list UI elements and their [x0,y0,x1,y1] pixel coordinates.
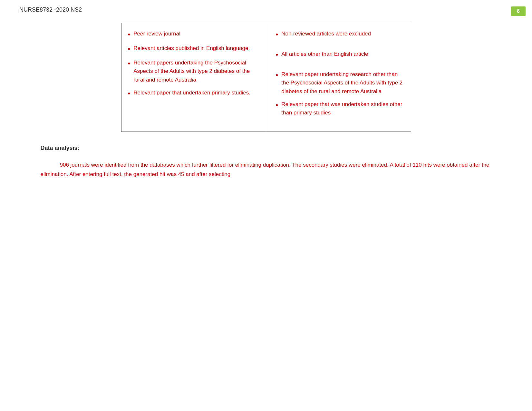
document-header: NURSE8732 -2020 NS2 [19,6,513,13]
bullet-icon: • [276,49,278,60]
list-item: • Non-reviewed articles were excluded [276,30,404,40]
bullet-icon: • [276,70,278,80]
exclusion-item-1: Non-reviewed articles were excluded [281,30,371,38]
list-item: • Relevant paper undertaking research ot… [276,70,404,96]
exclusion-item-4: Relevant paper that was undertaken studi… [281,100,404,117]
list-item: • Relevant papers undertaking the Psycho… [128,59,256,84]
inclusion-item-4: Relevant paper that undertaken primary s… [133,89,250,97]
data-analysis-section: Data analysis: 906 journals were identif… [41,145,492,179]
bullet-icon: • [276,29,278,40]
list-item: • Relevant paper that undertaken primary… [128,89,256,99]
data-analysis-title: Data analysis: [41,145,492,152]
inclusion-exclusion-table: • Peer review journal • Relevant article… [121,23,411,132]
list-item: • Relevant paper that was undertaken stu… [276,100,404,117]
inclusion-item-1: Peer review journal [133,30,180,38]
bullet-icon: • [128,29,131,40]
exclusion-column: • Non-reviewed articles were excluded • … [266,23,411,132]
list-item: • Relevant articles published in English… [128,44,256,54]
page-number-badge: 6 [511,6,526,16]
exclusion-item-2: All articles other than English article [281,50,368,58]
inclusion-item-3: Relevant papers undertaking the Psychoso… [133,59,256,84]
bullet-icon: • [128,88,131,99]
bullet-icon: • [128,44,131,54]
list-item: • All articles other than English articl… [276,50,404,60]
bullet-icon: • [128,58,131,69]
data-analysis-body: 906 journals were identified from the da… [41,161,492,179]
inclusion-column: • Peer review journal • Relevant article… [121,23,266,132]
inclusion-item-2: Relevant articles published in English l… [133,44,250,53]
bullet-icon: • [276,100,278,110]
exclusion-item-3: Relevant paper undertaking research othe… [281,70,404,96]
list-item: • Peer review journal [128,30,256,40]
